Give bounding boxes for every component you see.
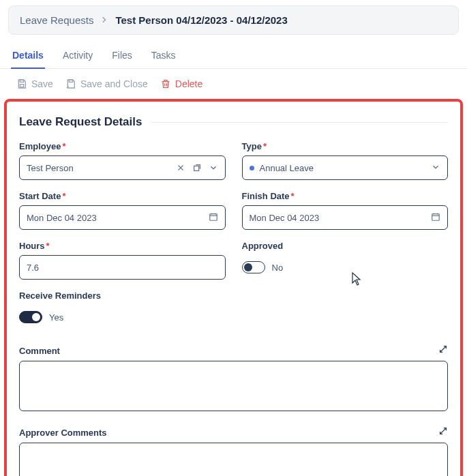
tab-bar: Details Activity Files Tasks <box>0 40 467 69</box>
section-divider <box>151 122 448 123</box>
hours-input-wrap[interactable] <box>19 255 226 280</box>
chevron-down-icon[interactable] <box>431 162 440 174</box>
type-label: Type* <box>242 141 449 151</box>
svg-rect-10 <box>432 213 440 220</box>
hours-label: Hours* <box>19 241 226 251</box>
required-mark: * <box>46 241 50 251</box>
type-value: Annual Leave <box>260 163 314 173</box>
finish-date-label-text: Finish Date <box>242 191 290 201</box>
svg-rect-5 <box>194 166 198 170</box>
finish-date-label: Finish Date* <box>242 191 449 201</box>
comment-textarea[interactable] <box>19 361 448 411</box>
start-date-input[interactable]: Mon Dec 04 2023 <box>19 205 226 230</box>
finish-date-input[interactable]: Mon Dec 04 2023 <box>242 205 449 230</box>
receive-reminders-toggle[interactable]: Yes <box>19 305 226 329</box>
expand-icon[interactable] <box>438 344 448 357</box>
finish-date-value: Mon Dec 04 2023 <box>250 213 320 223</box>
breadcrumb-root[interactable]: Leave Requests <box>20 14 93 26</box>
save-icon <box>16 78 27 89</box>
tab-tasks[interactable]: Tasks <box>150 47 177 68</box>
type-select[interactable]: Annual Leave <box>242 155 449 180</box>
expand-icon[interactable] <box>438 426 448 438</box>
toolbar: Save Save and Close Delete <box>0 69 467 99</box>
comment-label: Comment <box>19 346 60 356</box>
svg-line-14 <box>440 346 447 353</box>
field-type: Type* Annual Leave <box>242 141 449 180</box>
approved-toggle[interactable]: No <box>242 255 449 280</box>
type-color-dot <box>250 166 254 170</box>
field-receive-reminders: Receive Reminders Yes <box>19 291 226 329</box>
field-start-date: Start Date* Mon Dec 04 2023 <box>19 191 226 230</box>
field-comment: Comment <box>19 344 448 411</box>
receive-reminders-label: Receive Reminders <box>19 291 226 301</box>
required-mark: * <box>62 191 65 201</box>
required-mark: * <box>291 191 295 201</box>
calendar-icon[interactable] <box>209 212 218 224</box>
svg-rect-2 <box>69 80 72 82</box>
field-approver-comments: Approver Comments <box>19 426 448 476</box>
clear-icon[interactable] <box>176 163 185 173</box>
start-date-value: Mon Dec 04 2023 <box>27 213 97 223</box>
chevron-right-icon <box>100 14 108 26</box>
field-employee: Employee* <box>19 141 226 180</box>
save-close-button[interactable]: Save and Close <box>65 78 148 89</box>
save-button[interactable]: Save <box>16 78 53 89</box>
save-label: Save <box>31 78 53 89</box>
delete-button[interactable]: Delete <box>160 78 202 89</box>
type-label-text: Type <box>242 141 262 151</box>
receive-reminders-value: Yes <box>49 312 63 323</box>
hours-input[interactable] <box>27 263 218 273</box>
approver-comments-label: Approver Comments <box>19 428 107 438</box>
section-header: Leave Request Details <box>19 115 448 129</box>
save-close-icon <box>65 78 76 89</box>
breadcrumb: Leave Requests Test Person 04/12/2023 - … <box>8 5 459 35</box>
details-panel: Leave Request Details Employee* Type* <box>4 99 463 476</box>
tab-files[interactable]: Files <box>110 47 134 68</box>
field-approved: Approved No <box>242 241 449 280</box>
hours-label-text: Hours <box>19 241 45 251</box>
field-finish-date: Finish Date* Mon Dec 04 2023 <box>242 191 449 230</box>
employee-label-text: Employee <box>19 141 61 151</box>
required-mark: * <box>263 141 267 151</box>
required-mark: * <box>62 141 65 151</box>
field-hours: Hours* <box>19 241 226 280</box>
start-date-label-text: Start Date <box>19 191 61 201</box>
approved-value: No <box>272 263 284 273</box>
employee-picker[interactable] <box>19 155 226 180</box>
svg-rect-6 <box>209 213 217 220</box>
svg-rect-1 <box>20 85 23 87</box>
open-external-icon[interactable] <box>192 163 202 173</box>
svg-rect-0 <box>20 80 23 82</box>
employee-label: Employee* <box>19 141 226 151</box>
chevron-down-icon[interactable] <box>209 163 218 173</box>
trash-icon <box>160 78 171 89</box>
delete-label: Delete <box>175 78 202 89</box>
save-close-label: Save and Close <box>80 78 148 89</box>
tab-activity[interactable]: Activity <box>61 47 94 68</box>
approver-comments-textarea[interactable] <box>19 443 448 476</box>
svg-line-15 <box>440 428 447 434</box>
employee-input[interactable] <box>27 163 176 173</box>
calendar-icon[interactable] <box>431 212 440 224</box>
start-date-label: Start Date* <box>19 191 226 201</box>
section-title: Leave Request Details <box>19 115 142 129</box>
approved-label: Approved <box>242 241 449 251</box>
tab-details[interactable]: Details <box>11 47 45 69</box>
breadcrumb-current: Test Person 04/12/2023 - 04/12/2023 <box>115 14 287 26</box>
